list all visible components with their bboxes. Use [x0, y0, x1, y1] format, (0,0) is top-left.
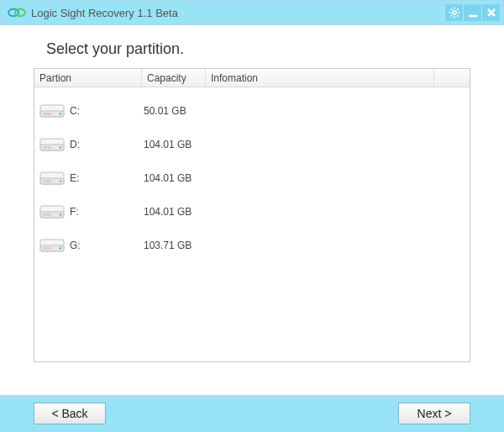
svg-rect-21 [43, 146, 51, 148]
minimize-button[interactable] [463, 4, 481, 21]
partition-capacity: 104.01 GB [142, 139, 206, 150]
settings-button[interactable] [444, 4, 463, 21]
svg-point-20 [60, 146, 62, 149]
svg-point-32 [60, 247, 62, 250]
svg-line-9 [457, 8, 458, 9]
drive-icon [39, 237, 65, 254]
partition-label: E: [70, 172, 79, 184]
svg-line-10 [450, 15, 451, 16]
minimize-icon [467, 7, 479, 18]
partition-table: Partion Capacity Infomation C: 50.01 GB … [34, 68, 470, 362]
app-title: Logic Sight Recovery 1.1 Beta [31, 7, 444, 19]
partition-capacity: 104.01 GB [142, 206, 206, 218]
svg-rect-17 [43, 113, 51, 114]
partition-label: F: [70, 206, 79, 218]
partition-label: D: [70, 139, 80, 150]
svg-rect-25 [43, 180, 51, 182]
table-rows: C: 50.01 GB D: 104.01 GB E: 104.01 GB F:… [34, 87, 470, 262]
svg-line-8 [457, 15, 458, 16]
svg-point-16 [60, 113, 62, 115]
table-row[interactable]: D: 104.01 GB [34, 128, 470, 161]
close-button[interactable] [481, 4, 500, 21]
next-button[interactable]: Next > [398, 403, 470, 424]
gear-icon [449, 7, 460, 18]
titlebar-controls [444, 4, 500, 21]
partition-capacity: 50.01 GB [142, 105, 206, 117]
partition-capacity: 103.71 GB [142, 240, 206, 251]
titlebar: Logic Sight Recovery 1.1 Beta [0, 0, 504, 25]
drive-icon [39, 203, 65, 220]
table-row[interactable]: E: 104.01 GB [34, 161, 470, 195]
table-row[interactable]: C: 50.01 GB [34, 94, 470, 128]
drive-icon [39, 103, 65, 119]
page-heading: Select your partition. [0, 25, 504, 68]
svg-rect-33 [43, 247, 51, 249]
svg-line-7 [450, 8, 451, 9]
column-header-information[interactable]: Infomation [206, 69, 434, 87]
drive-icon [39, 136, 65, 153]
column-header-capacity[interactable]: Capacity [142, 69, 206, 87]
column-header-partition[interactable]: Partion [34, 69, 142, 87]
table-header: Partion Capacity Infomation [34, 69, 470, 87]
app-logo [8, 6, 26, 19]
footer: < Back Next > [0, 395, 504, 432]
column-header-tail [434, 69, 470, 87]
table-row[interactable]: F: 104.01 GB [34, 195, 470, 229]
svg-rect-29 [43, 213, 51, 215]
partition-label: G: [70, 240, 81, 251]
content-area: Select your partition. Partion Capacity … [0, 25, 504, 395]
svg-point-1 [15, 9, 25, 16]
partition-label: C: [70, 105, 80, 117]
svg-point-24 [60, 180, 62, 182]
drive-icon [39, 170, 65, 187]
table-row[interactable]: G: 103.71 GB [34, 229, 470, 262]
back-button[interactable]: < Back [34, 403, 106, 424]
partition-capacity: 104.01 GB [142, 172, 206, 184]
svg-point-28 [60, 213, 62, 216]
svg-point-2 [452, 11, 455, 14]
close-icon [486, 7, 497, 18]
